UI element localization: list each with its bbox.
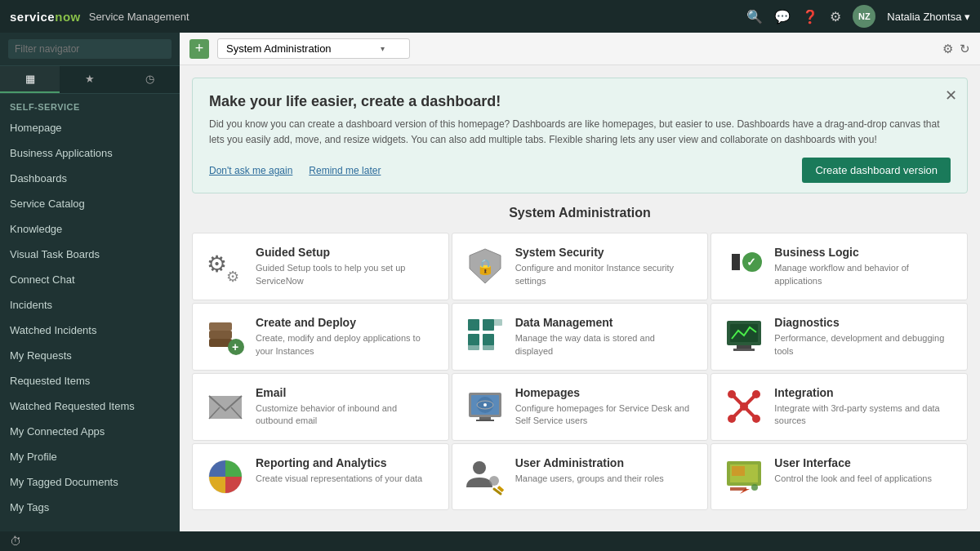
filter-navigator-input[interactable] (8, 39, 172, 59)
logo-service: service (10, 10, 55, 24)
help-icon[interactable]: ❓ (802, 9, 818, 24)
card-create-deploy-title: Create and Deploy (256, 316, 436, 329)
svg-marker-4 (732, 254, 740, 270)
card-data-management-title: Data Management (515, 316, 696, 329)
card-email-desc: Customize behavior of inbound and outbou… (256, 402, 436, 428)
card-system-security-content: System Security Configure and monitor In… (515, 246, 696, 287)
close-banner-button[interactable]: ✕ (945, 87, 957, 104)
sidebar-item-my-profile[interactable]: My Profile (0, 444, 180, 469)
svg-rect-21 (737, 345, 751, 349)
svg-point-39 (728, 415, 736, 423)
dont-ask-link[interactable]: Don't ask me again (209, 165, 292, 176)
card-diagnostics-desc: Performance, development and debugging t… (774, 332, 955, 358)
search-icon[interactable]: 🔍 (746, 9, 763, 24)
card-guided-setup-title: Guided Setup (256, 246, 436, 259)
system-admin-tab[interactable]: System Administration ▾ (217, 38, 410, 59)
card-email[interactable]: Email Customize behavior of inbound and … (192, 373, 449, 441)
clock-icon[interactable]: ⏱ (10, 535, 21, 548)
card-homepages[interactable]: Homepages Configure homepages for Servic… (452, 373, 709, 441)
add-tab-button[interactable]: + (189, 39, 209, 59)
sidebar-tab-favorites[interactable]: ★ (60, 66, 119, 93)
svg-rect-16 (468, 344, 479, 350)
sidebar-item-requested-items[interactable]: Requested Items (0, 368, 180, 393)
create-dashboard-button[interactable]: Create dashboard version (802, 158, 951, 183)
sidebar-item-service-catalog[interactable]: Service Catalog (0, 191, 180, 216)
svg-text:🔒: 🔒 (476, 258, 495, 276)
card-reporting-title: Reporting and Analytics (256, 456, 422, 469)
card-system-security-title: System Security (515, 246, 696, 259)
sidebar-item-incidents[interactable]: Incidents (0, 292, 180, 318)
card-integration[interactable]: Integration Integrate with 3rd-party sys… (710, 373, 968, 441)
card-guided-setup-desc: Guided Setup tools to help you set up Se… (256, 262, 436, 287)
sidebar-item-dashboards[interactable]: Dashboards (0, 166, 180, 191)
card-create-deploy-desc: Create, modify and deploy applications t… (256, 332, 436, 358)
svg-rect-20 (730, 324, 758, 342)
banner-text: Did you know you can create a dashboard … (209, 117, 951, 148)
settings-icon[interactable]: ⚙ (942, 42, 953, 56)
sidebar-item-business-apps[interactable]: Business Applications (0, 140, 180, 166)
svg-point-37 (728, 390, 736, 398)
svg-rect-22 (733, 349, 755, 351)
user-name[interactable]: Natalia Zhontsa ▾ (887, 11, 970, 23)
card-business-logic-desc: Manage workflow and behavior of applicat… (774, 262, 955, 287)
card-diagnostics-title: Diagnostics (774, 316, 955, 329)
card-business-logic-content: Business Logic Manage workflow and behav… (774, 246, 955, 287)
remind-later-link[interactable]: Remind me later (309, 165, 381, 176)
sidebar-item-watched-requested-items[interactable]: Watched Requested Items (0, 393, 180, 419)
svg-point-44 (489, 476, 499, 486)
sidebar-item-knowledge[interactable]: Knowledge (0, 216, 180, 242)
sidebar-tab-home[interactable]: ▦ (0, 66, 60, 93)
svg-rect-8 (209, 322, 232, 331)
sidebar-item-watched-incidents[interactable]: Watched Incidents (0, 318, 180, 343)
svg-rect-12 (468, 319, 479, 331)
card-homepages-content: Homepages Configure homepages for Servic… (515, 386, 696, 428)
sidebar-item-connect-chat[interactable]: Connect Chat (0, 267, 180, 292)
card-email-content: Email Customize behavior of inbound and … (256, 386, 436, 428)
sidebar-item-my-tagged-documents[interactable]: My Tagged Documents (0, 469, 180, 495)
refresh-icon[interactable]: ↻ (960, 42, 970, 56)
card-homepages-title: Homepages (515, 386, 696, 399)
top-navigation: servicenow Service Management 🔍 💬 ❓ ⚙ NZ… (0, 0, 980, 33)
sidebar-item-homepage[interactable]: Homepage (0, 115, 180, 140)
card-user-interface-desc: Control the look and feel of application… (774, 473, 932, 485)
card-system-security[interactable]: 🔒 System Security Configure and monitor … (452, 233, 709, 300)
homepages-icon (465, 386, 506, 427)
card-homepages-desc: Configure homepages for Service Desk and… (515, 402, 696, 428)
card-guided-setup-content: Guided Setup Guided Setup tools to help … (256, 246, 436, 287)
svg-text:✓: ✓ (746, 256, 756, 269)
tab-label: System Administration (226, 42, 332, 55)
section-title: System Administration (192, 206, 968, 220)
card-integration-content: Integration Integrate with 3rd-party sys… (774, 386, 955, 428)
svg-rect-13 (483, 319, 494, 331)
card-user-interface-content: User Interface Control the look and feel… (774, 456, 932, 485)
card-user-admin[interactable]: User Administration Manage users, groups… (452, 443, 709, 510)
card-guided-setup[interactable]: ⚙ ⚙ Guided Setup Guided Setup tools to h… (192, 233, 449, 300)
sidebar-item-my-tags[interactable]: My Tags (0, 495, 180, 520)
settings-icon[interactable]: ⚙ (830, 9, 841, 24)
sub-navigation: + System Administration ▾ ⚙ ↻ (180, 33, 980, 65)
svg-rect-49 (732, 466, 745, 476)
sidebar-item-my-connected-apps[interactable]: My Connected Apps (0, 419, 180, 444)
card-user-admin-title: User Administration (515, 456, 664, 469)
dropdown-arrow-icon: ▾ (381, 44, 385, 53)
card-create-deploy[interactable]: + Create and Deploy Create, modify and d… (192, 303, 449, 371)
guided-setup-icon: ⚙ ⚙ (205, 246, 246, 287)
card-diagnostics[interactable]: Diagnostics Performance, development and… (710, 303, 968, 371)
card-integration-title: Integration (774, 386, 955, 399)
avatar: NZ (853, 5, 875, 28)
sidebar-tab-history[interactable]: ◷ (120, 66, 180, 93)
card-data-management[interactable]: Data Management Manage the way data is s… (452, 303, 709, 371)
svg-rect-14 (468, 334, 479, 345)
card-user-interface[interactable]: User Interface Control the look and feel… (710, 443, 968, 510)
sub-nav-actions: ⚙ ↻ (942, 42, 970, 56)
svg-text:⚙: ⚙ (226, 269, 239, 285)
sidebar-item-my-requests[interactable]: My Requests (0, 343, 180, 368)
card-reporting[interactable]: Reporting and Analytics Create visual re… (192, 443, 449, 510)
sidebar-item-visual-task-boards[interactable]: Visual Task Boards (0, 242, 180, 267)
diagnostics-icon (724, 316, 764, 357)
logo-now: now (55, 10, 81, 24)
card-user-interface-title: User Interface (774, 456, 932, 469)
card-business-logic[interactable]: ✓ Business Logic Manage workflow and beh… (710, 233, 968, 300)
svg-rect-31 (479, 417, 491, 420)
chat-icon[interactable]: 💬 (774, 9, 791, 24)
